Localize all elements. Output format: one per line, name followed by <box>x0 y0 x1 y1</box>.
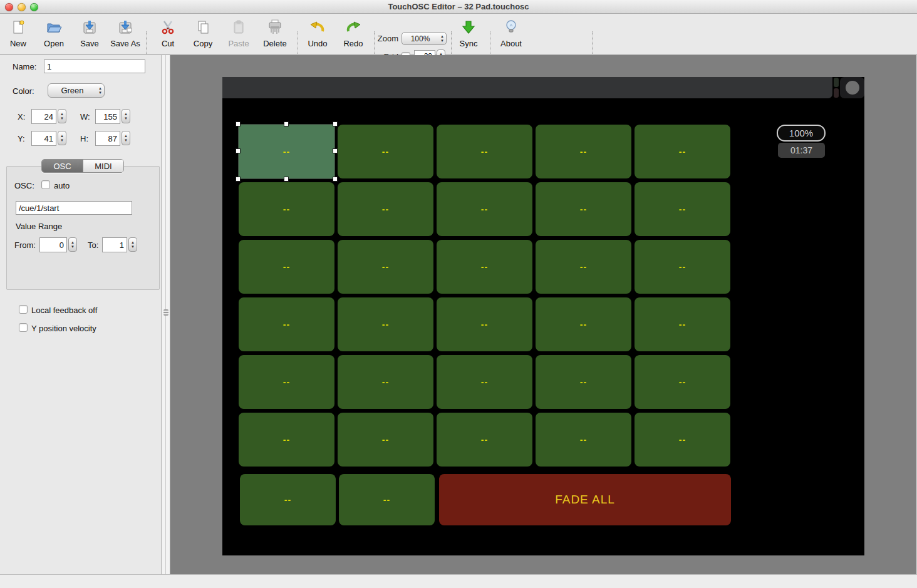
pad-button[interactable]: -- <box>240 474 336 525</box>
delete-button[interactable]: Delete <box>257 17 293 52</box>
pad-button[interactable]: -- <box>635 125 730 178</box>
pad-button[interactable]: -- <box>536 297 631 351</box>
undo-button[interactable]: Undo <box>299 17 336 52</box>
pad-button[interactable]: -- <box>437 240 532 294</box>
pad-label: -- <box>580 262 587 272</box>
sync-button[interactable]: Sync <box>450 17 487 52</box>
osc-address-input[interactable] <box>16 201 132 215</box>
new-button[interactable]: New <box>0 17 36 52</box>
pad-button[interactable]: -- <box>437 413 532 467</box>
pad-button[interactable]: -- <box>635 182 730 236</box>
selection-handle-n[interactable] <box>284 121 289 126</box>
save-button[interactable]: Save <box>71 17 108 52</box>
h-stepper[interactable]: ▲▼ <box>122 131 130 145</box>
pad-button-selected[interactable]: -- <box>239 125 334 178</box>
splitter-grip-icon <box>163 309 168 316</box>
osc-label: OSC: <box>14 181 34 190</box>
osc-auto-checkbox[interactable] <box>41 180 50 189</box>
copy-button[interactable]: Copy <box>185 17 221 52</box>
w-stepper[interactable]: ▲▼ <box>122 109 130 123</box>
pad-button[interactable]: -- <box>239 413 334 467</box>
pad-label: -- <box>283 319 290 329</box>
y-stepper[interactable]: ▲▼ <box>58 131 66 145</box>
local-feedback-checkbox[interactable] <box>19 305 28 314</box>
h-label: H: <box>80 134 88 143</box>
h-input[interactable] <box>95 131 120 146</box>
pad-button[interactable]: -- <box>338 125 433 178</box>
pad-button[interactable]: -- <box>536 240 631 294</box>
cut-label: Cut <box>162 39 174 48</box>
from-stepper[interactable]: ▲▼ <box>68 237 77 252</box>
open-button[interactable]: Open <box>36 17 72 52</box>
color-select[interactable]: Green ▲▼ <box>48 83 105 98</box>
pad-button[interactable]: -- <box>635 297 730 351</box>
fade-all-button[interactable]: FADE ALL <box>439 474 731 525</box>
tab-midi[interactable]: MIDI <box>83 160 123 172</box>
pad-button[interactable]: -- <box>338 240 433 294</box>
pad-button[interactable]: -- <box>635 413 730 467</box>
w-label: W: <box>80 112 90 121</box>
zoom-select[interactable]: 100% ▲▼ <box>402 32 447 45</box>
layout-canvas[interactable]: 100% 01:37 -----------------------------… <box>170 55 917 574</box>
to-input[interactable] <box>102 237 127 252</box>
pad-button[interactable]: -- <box>239 297 334 351</box>
message-tabs: OSC MIDI <box>41 159 124 173</box>
pad-button[interactable]: -- <box>536 413 631 467</box>
time-display[interactable]: 01:37 <box>778 143 825 158</box>
delete-shredder-icon <box>266 17 284 38</box>
battery-display[interactable]: 100% <box>777 125 826 142</box>
pad-button[interactable]: -- <box>338 413 433 467</box>
pad-button[interactable]: -- <box>239 240 334 294</box>
pad-button[interactable]: -- <box>635 240 730 294</box>
y-velocity-checkbox[interactable] <box>19 323 28 332</box>
pad-label: -- <box>284 495 291 505</box>
undo-label: Undo <box>308 39 327 48</box>
pad-label: -- <box>283 377 290 387</box>
y-input[interactable] <box>31 131 56 146</box>
to-stepper[interactable]: ▲▼ <box>128 237 137 252</box>
top-bar-corner-button[interactable] <box>840 77 864 98</box>
selection-handle-s[interactable] <box>284 177 289 182</box>
tab-osc[interactable]: OSC <box>42 160 83 172</box>
zoom-stepper-icon: ▲▼ <box>438 34 446 43</box>
pad-button[interactable]: -- <box>536 182 631 236</box>
device-screen[interactable]: 100% 01:37 -----------------------------… <box>222 77 864 555</box>
pad-button[interactable]: -- <box>437 355 532 409</box>
panel-splitter[interactable] <box>162 55 170 574</box>
x-input[interactable] <box>31 109 56 124</box>
pad-button[interactable]: -- <box>339 474 435 525</box>
pad-button[interactable]: -- <box>338 355 433 409</box>
status-bar <box>0 574 917 588</box>
selection-handle-ne[interactable] <box>333 121 338 126</box>
selection-handle-sw[interactable] <box>236 177 241 182</box>
name-input[interactable] <box>44 59 145 73</box>
pad-label: -- <box>382 262 389 272</box>
pad-button[interactable]: -- <box>536 125 631 178</box>
cut-button[interactable]: Cut <box>150 17 186 52</box>
pad-label: -- <box>382 435 389 445</box>
name-label: Name: <box>13 62 36 71</box>
selection-handle-w[interactable] <box>236 148 241 153</box>
about-button[interactable]: About <box>493 17 529 52</box>
w-input[interactable] <box>95 109 120 124</box>
pad-button[interactable]: -- <box>635 355 730 409</box>
selection-handle-nw[interactable] <box>236 121 241 126</box>
pad-button[interactable]: -- <box>239 182 334 236</box>
from-label: From: <box>14 240 36 250</box>
pad-button[interactable]: -- <box>437 297 532 351</box>
pad-button[interactable]: -- <box>437 125 532 178</box>
pad-button[interactable]: -- <box>536 355 631 409</box>
paste-button[interactable]: Paste <box>220 17 257 52</box>
selection-handle-se[interactable] <box>333 177 338 182</box>
pad-button[interactable]: -- <box>338 297 433 351</box>
pad-button[interactable]: -- <box>239 355 334 409</box>
pad-button[interactable]: -- <box>338 182 433 236</box>
layout-top-bar[interactable] <box>222 77 832 98</box>
redo-button[interactable]: Redo <box>335 17 371 52</box>
pad-label: -- <box>283 262 290 272</box>
pad-button[interactable]: -- <box>437 182 532 236</box>
x-stepper[interactable]: ▲▼ <box>58 109 66 123</box>
from-input[interactable] <box>39 237 67 252</box>
selection-handle-e[interactable] <box>333 148 338 153</box>
save-as-button[interactable]: Save As <box>107 17 143 52</box>
